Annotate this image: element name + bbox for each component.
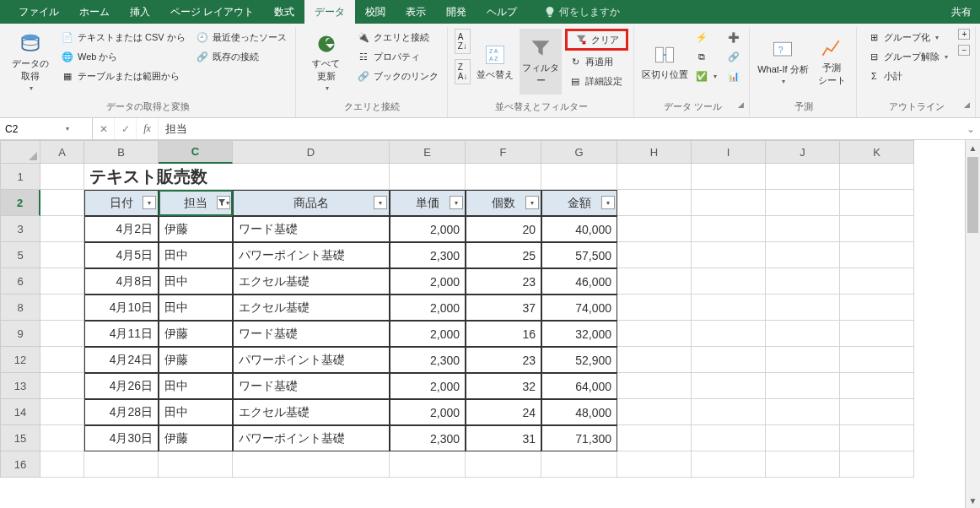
cell[interactable] [840,164,914,190]
table-cell[interactable]: 4月30日 [84,425,159,451]
table-cell[interactable]: 伊藤 [159,321,233,347]
filter-button[interactable]: フィルター [520,29,562,95]
cell[interactable] [40,268,84,295]
tell-me-box[interactable]: 何をしますか [544,5,620,19]
from-table-button[interactable]: ▦テーブルまたは範囲から [57,68,189,84]
table-cell[interactable]: 田中 [159,295,233,321]
cell[interactable] [40,242,84,268]
table-cell[interactable]: 2,300 [390,242,466,268]
cell[interactable] [766,451,840,478]
tab-ページ レイアウト[interactable]: ページ レイアウト [160,0,264,24]
column-header-H[interactable]: H [617,140,692,164]
cell[interactable] [766,399,840,425]
table-cell[interactable]: パワーポイント基礎 [233,347,390,373]
cell[interactable] [840,242,914,268]
table-cell[interactable]: 田中 [159,399,233,425]
column-header-A[interactable]: A [40,140,84,164]
column-header-D[interactable]: D [233,140,390,164]
cell[interactable] [692,399,766,425]
cell[interactable] [692,190,766,216]
cell[interactable] [617,425,692,451]
table-cell[interactable]: 52,900 [541,347,617,373]
insert-function-button[interactable]: fx [137,118,159,139]
cell[interactable] [466,164,541,190]
tab-開発[interactable]: 開発 [436,0,477,24]
row-header-1[interactable]: 1 [0,164,40,190]
cell[interactable] [40,451,84,478]
relationships-button[interactable]: 🔗 [724,48,744,65]
table-cell[interactable]: 23 [466,268,541,295]
cell[interactable] [40,373,84,399]
table-cell[interactable]: パワーポイント基礎 [233,242,390,268]
reapply-button[interactable]: ↻再適用 [565,53,628,70]
table-cell[interactable]: 4月11日 [84,321,159,347]
cell[interactable] [617,242,692,268]
table-cell[interactable]: ワード基礎 [233,321,390,347]
filter-dropdown-button[interactable]: ▾ [143,196,156,209]
cell[interactable] [233,451,390,478]
row-header-12[interactable]: 12 [0,347,40,373]
show-detail-icon[interactable]: + [958,29,970,40]
from-text-csv-button[interactable]: 📄テキストまたは CSV から [57,29,189,46]
cell[interactable] [766,347,840,373]
cell[interactable] [40,216,84,242]
cell[interactable] [159,451,233,478]
recent-sources-button[interactable]: 🕘最近使ったソース [192,29,290,46]
share-button[interactable]: 共有 [951,5,972,19]
cell[interactable] [692,268,766,295]
table-cell[interactable]: 24 [466,399,541,425]
name-box[interactable]: ▾ [0,118,93,139]
table-cell[interactable]: 2,000 [390,373,466,399]
properties-button[interactable]: ☷プロパティ [353,48,442,65]
table-cell[interactable]: 32 [466,373,541,399]
cell[interactable] [692,373,766,399]
cell[interactable] [766,242,840,268]
scroll-down-button[interactable]: ▼ [966,493,980,508]
tab-表示[interactable]: 表示 [396,0,436,24]
row-header-14[interactable]: 14 [0,399,40,425]
vertical-scrollbar[interactable]: ▲ ▼ [965,140,980,508]
table-header[interactable]: 担当 [159,190,233,216]
table-cell[interactable]: 37 [466,295,541,321]
table-header[interactable]: 商品名▾ [233,190,390,216]
cell[interactable] [692,216,766,242]
filter-dropdown-button[interactable]: ▾ [374,196,387,209]
cell[interactable] [840,216,914,242]
column-header-B[interactable]: B [84,140,159,164]
cell[interactable] [541,451,617,478]
table-cell[interactable]: 48,000 [541,399,617,425]
hide-detail-icon[interactable]: − [958,45,970,56]
table-header[interactable]: 個数▾ [466,190,541,216]
existing-connections-button[interactable]: 🔗既存の接続 [192,48,290,65]
cell[interactable] [466,451,541,478]
cell[interactable] [766,295,840,321]
table-title[interactable]: テキスト販売数 [84,164,390,190]
advanced-filter-button[interactable]: ▤詳細設定 [565,73,628,89]
ungroup-button[interactable]: ⊟グループ解除▾ [864,48,951,65]
table-cell[interactable]: パワーポイント基礎 [233,425,390,451]
table-cell[interactable]: 20 [466,216,541,242]
select-all-corner[interactable] [0,140,40,164]
table-cell[interactable]: 4月5日 [84,242,159,268]
cell[interactable] [40,164,84,190]
row-header-6[interactable]: 6 [0,268,40,295]
column-header-I[interactable]: I [692,140,766,164]
consolidate-button[interactable]: ➕ [724,29,744,46]
cell[interactable] [692,242,766,268]
cell[interactable] [617,295,692,321]
scroll-thumb[interactable] [967,157,978,233]
group-rows-button[interactable]: ⊞グループ化▾ [864,29,951,46]
table-cell[interactable]: エクセル基礎 [233,399,390,425]
queries-connections-button[interactable]: 🔌クエリと接続 [353,29,442,46]
table-cell[interactable]: 40,000 [541,216,617,242]
row-header-16[interactable]: 16 [0,451,40,478]
cell[interactable] [40,190,84,216]
from-web-button[interactable]: 🌐Web から [57,48,189,65]
column-header-C[interactable]: C [159,140,233,164]
column-header-E[interactable]: E [390,140,466,164]
table-cell[interactable]: 46,000 [541,268,617,295]
accept-formula-button[interactable]: ✓ [115,118,137,139]
cell[interactable] [617,399,692,425]
tab-数式[interactable]: 数式 [264,0,304,24]
table-cell[interactable]: 2,000 [390,295,466,321]
